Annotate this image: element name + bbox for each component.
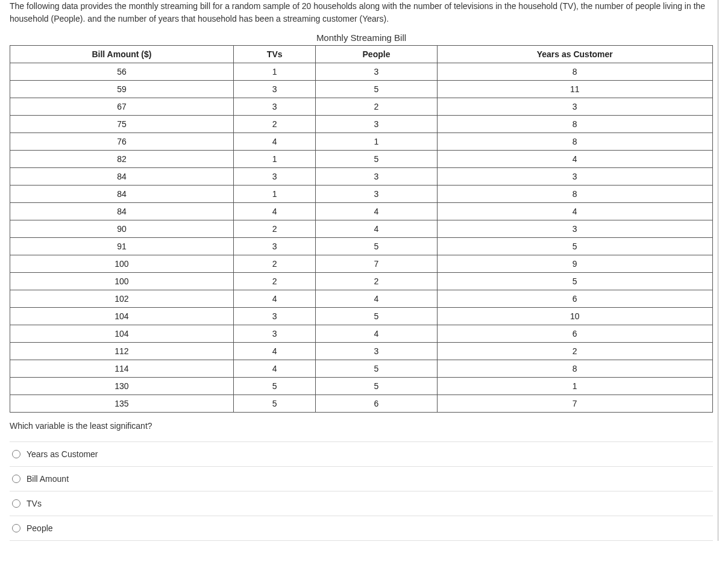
table-row: 91355 [10,238,713,255]
table-row: 135567 [10,395,713,413]
answer-option[interactable]: Bill Amount [10,467,713,491]
table-row: 67323 [10,98,713,116]
table-row: 76418 [10,133,713,151]
table-cell: 76 [10,133,234,151]
table-cell: 3 [316,186,437,203]
table-header: TVs [233,46,315,63]
table-row: 100279 [10,255,713,273]
table-cell: 7 [437,395,712,413]
table-cell: 84 [10,186,234,203]
table-cell: 3 [316,343,437,360]
table-cell: 2 [233,273,315,290]
table-cell: 102 [10,290,234,308]
table-cell: 3 [437,168,712,186]
table-row: 112432 [10,343,713,360]
table-cell: 5 [437,273,712,290]
table-header: Bill Amount ($) [10,46,234,63]
table-cell: 91 [10,238,234,255]
option-label: Years as Customer [27,449,98,459]
table-cell: 4 [437,151,712,168]
table-header: People [316,46,437,63]
table-cell: 7 [316,255,437,273]
table-cell: 10 [437,308,712,325]
radio-icon[interactable] [12,475,20,483]
table-cell: 104 [10,308,234,325]
table-cell: 5 [316,378,437,395]
radio-icon[interactable] [12,499,20,508]
table-cell: 6 [437,290,712,308]
table-cell: 114 [10,360,234,378]
table-cell: 82 [10,151,234,168]
table-cell: 1 [233,63,315,81]
table-cell: 112 [10,343,234,360]
table-row: 104346 [10,325,713,343]
table-cell: 4 [233,343,315,360]
table-cell: 4 [233,360,315,378]
table-cell: 2 [316,98,437,116]
table-cell: 135 [10,395,234,413]
option-label: TVs [27,499,42,508]
table-row: 90243 [10,220,713,238]
table-cell: 90 [10,220,234,238]
table-cell: 5 [233,395,315,413]
table-cell: 5 [437,238,712,255]
table-cell: 1 [316,133,437,151]
table-row: 84444 [10,203,713,220]
table-cell: 4 [233,290,315,308]
table-cell: 8 [437,360,712,378]
table-cell: 100 [10,273,234,290]
table-cell: 104 [10,325,234,343]
table-row: 100225 [10,273,713,290]
table-cell: 2 [316,273,437,290]
table-cell: 5 [316,238,437,255]
table-cell: 3 [233,81,315,98]
table-cell: 5 [233,378,315,395]
table-cell: 5 [316,151,437,168]
radio-icon[interactable] [12,450,20,458]
table-cell: 1 [233,151,315,168]
table-row: 84333 [10,168,713,186]
table-cell: 5 [316,360,437,378]
table-cell: 1 [233,186,315,203]
table-cell: 100 [10,255,234,273]
options-group: Years as CustomerBill AmountTVsPeople [10,441,713,541]
table-cell: 11 [437,81,712,98]
question-text: Which variable is the least significant? [10,421,713,431]
table-row: 75238 [10,116,713,133]
intro-text: The following data provides the monthly … [10,0,713,25]
table-row: 1043510 [10,308,713,325]
table-cell: 3 [316,116,437,133]
option-label: People [27,523,53,533]
table-cell: 1 [437,378,712,395]
table-cell: 2 [233,255,315,273]
table-cell: 67 [10,98,234,116]
table-cell: 59 [10,81,234,98]
table-cell: 2 [233,116,315,133]
table-cell: 4 [233,133,315,151]
table-cell: 3 [233,238,315,255]
data-table: Bill Amount ($)TVsPeopleYears as Custome… [10,45,713,413]
table-cell: 3 [233,168,315,186]
table-cell: 6 [316,395,437,413]
table-cell: 3 [316,168,437,186]
table-cell: 75 [10,116,234,133]
table-cell: 5 [316,81,437,98]
table-cell: 84 [10,203,234,220]
table-cell: 8 [437,186,712,203]
answer-option[interactable]: People [10,516,713,541]
table-row: 114458 [10,360,713,378]
table-cell: 2 [437,343,712,360]
table-row: 593511 [10,81,713,98]
table-cell: 6 [437,325,712,343]
table-row: 56138 [10,63,713,81]
table-header: Years as Customer [437,46,712,63]
table-cell: 3 [437,220,712,238]
table-row: 82154 [10,151,713,168]
radio-icon[interactable] [12,524,20,532]
table-cell: 8 [437,116,712,133]
answer-option[interactable]: TVs [10,491,713,516]
table-cell: 3 [233,325,315,343]
answer-option[interactable]: Years as Customer [10,441,713,467]
table-cell: 8 [437,133,712,151]
table-cell: 56 [10,63,234,81]
